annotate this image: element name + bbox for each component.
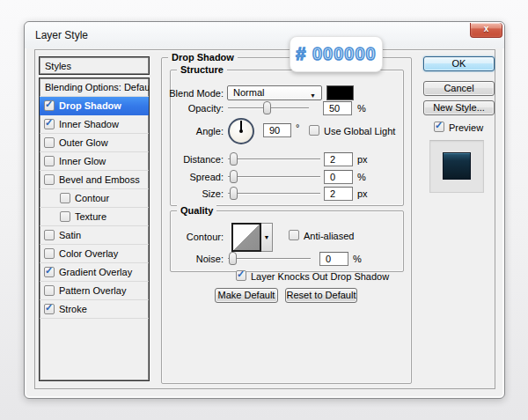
preview-label: Preview xyxy=(449,122,483,133)
sidebar-item-pattern-overlay[interactable]: Pattern Overlay xyxy=(40,282,149,300)
sidebar-item-outer-glow[interactable]: Outer Glow xyxy=(40,134,149,152)
sidebar-item-label: Stroke xyxy=(59,304,87,314)
checkbox-icon[interactable] xyxy=(44,174,55,185)
slider-track xyxy=(228,193,320,194)
checkbox-icon[interactable] xyxy=(60,193,70,203)
anti-aliased-label: Anti-aliased xyxy=(304,231,354,241)
distance-field[interactable]: 2 xyxy=(324,152,353,166)
sidebar-item-stroke[interactable]: Stroke xyxy=(40,300,149,319)
checkbox-icon[interactable] xyxy=(44,100,55,111)
checkbox-icon[interactable] xyxy=(60,211,70,222)
size-slider[interactable] xyxy=(228,187,320,200)
new-style-button[interactable]: New Style... xyxy=(423,100,495,115)
styles-header: Styles xyxy=(39,56,150,75)
anti-aliased-checkbox[interactable] xyxy=(289,230,299,240)
angle-unit: ° xyxy=(296,122,299,133)
blend-mode-select[interactable]: Normal ▼ xyxy=(227,85,322,100)
title-bar[interactable]: Layer Style xyxy=(25,22,504,48)
contour-picker[interactable] xyxy=(231,223,261,252)
sidebar-item-drop-shadow[interactable]: Drop Shadow xyxy=(40,97,149,115)
layer-style-dialog: Layer Style x Styles Blending Options: D… xyxy=(24,21,505,399)
slider-knob[interactable] xyxy=(230,170,238,183)
angle-dial[interactable] xyxy=(228,118,254,144)
spread-slider[interactable] xyxy=(228,170,320,183)
slider-track xyxy=(228,258,311,259)
distance-slider[interactable] xyxy=(228,152,320,166)
close-icon: x xyxy=(484,24,489,33)
checkbox-icon[interactable] xyxy=(44,156,55,166)
close-button[interactable]: x xyxy=(470,23,502,38)
ok-button[interactable]: OK xyxy=(423,56,495,71)
checkbox-icon[interactable] xyxy=(44,119,55,129)
sidebar-item-color-overlay[interactable]: Color Overlay xyxy=(40,245,149,263)
reset-to-default-button[interactable]: Reset to Default xyxy=(285,288,357,303)
slider-track xyxy=(228,176,320,177)
shadow-color-swatch[interactable] xyxy=(326,85,354,100)
checkbox-icon[interactable] xyxy=(44,230,55,240)
sidebar-item-bevel-and-emboss[interactable]: Bevel and Emboss xyxy=(40,171,149,189)
sidebar-item-label: Inner Glow xyxy=(59,156,106,166)
chevron-down-icon: ▼ xyxy=(310,89,316,102)
slider-track xyxy=(228,158,320,159)
layer-knockout-checkbox[interactable] xyxy=(236,270,246,281)
make-default-button[interactable]: Make Default xyxy=(215,288,278,303)
sidebar-item-blending-options-default[interactable]: Blending Options: Default xyxy=(40,78,149,97)
sidebar-item-label: Gradient Overlay xyxy=(59,267,132,277)
use-global-light-checkbox[interactable] xyxy=(309,125,319,136)
opacity-unit: % xyxy=(357,103,366,114)
opacity-slider[interactable] xyxy=(228,101,309,114)
slider-knob[interactable] xyxy=(230,187,238,200)
noise-label: Noise: xyxy=(153,254,224,264)
angle-label: Angle: xyxy=(153,126,224,136)
cancel-button[interactable]: Cancel xyxy=(423,81,495,96)
sidebar-item-label: Texture xyxy=(75,211,106,222)
styles-list: Blending Options: DefaultDrop ShadowInne… xyxy=(39,77,150,381)
checkbox-icon[interactable] xyxy=(44,248,55,259)
preview-panel xyxy=(429,140,484,193)
slider-knob[interactable] xyxy=(263,101,271,114)
sidebar-item-label: Color Overlay xyxy=(59,248,118,259)
size-unit: px xyxy=(357,188,368,199)
sidebar-item-inner-shadow[interactable]: Inner Shadow xyxy=(40,115,149,134)
distance-label: Distance: xyxy=(153,154,224,165)
checkbox-icon[interactable] xyxy=(44,137,55,148)
slider-knob[interactable] xyxy=(230,152,238,166)
slider-knob[interactable] xyxy=(229,252,237,265)
sidebar-item-label: Contour xyxy=(75,193,109,203)
opacity-field[interactable]: 50 xyxy=(323,101,352,115)
sidebar-item-label: Blending Options: Default xyxy=(45,82,150,92)
color-hex-tooltip: # 000000 xyxy=(290,36,383,72)
sidebar-item-contour[interactable]: Contour xyxy=(40,189,149,208)
use-global-light-label: Use Global Light xyxy=(324,126,395,136)
sidebar-item-satin[interactable]: Satin xyxy=(40,226,149,245)
sidebar-item-texture[interactable]: Texture xyxy=(40,208,149,226)
noise-slider[interactable] xyxy=(228,252,311,265)
sidebar-item-label: Pattern Overlay xyxy=(59,285,126,296)
window-title: Layer Style xyxy=(35,29,88,41)
preview-swatch xyxy=(443,152,471,180)
preview-checkbox[interactable] xyxy=(434,122,444,132)
checkbox-icon[interactable] xyxy=(44,267,55,277)
checkbox-icon[interactable] xyxy=(44,304,55,314)
contour-dropdown-button[interactable]: ▼ xyxy=(261,223,273,252)
noise-field[interactable]: 0 xyxy=(319,252,348,266)
blend-mode-label: Blend Mode: xyxy=(153,88,224,99)
sidebar-item-label: Outer Glow xyxy=(59,137,108,148)
sidebar-item-gradient-overlay[interactable]: Gradient Overlay xyxy=(40,263,149,282)
contour-label: Contour: xyxy=(153,232,224,242)
angle-field[interactable]: 90 xyxy=(263,123,291,137)
sidebar-item-inner-glow[interactable]: Inner Glow xyxy=(40,152,149,171)
opacity-label: Opacity: xyxy=(153,103,224,114)
spread-field[interactable]: 0 xyxy=(324,170,353,184)
sidebar-item-label: Drop Shadow xyxy=(59,100,121,111)
checkbox-icon[interactable] xyxy=(44,285,55,296)
size-field[interactable]: 2 xyxy=(324,187,353,201)
sidebar-item-label: Satin xyxy=(59,230,81,240)
sidebar-item-label: Bevel and Emboss xyxy=(59,174,140,185)
distance-unit: px xyxy=(357,154,368,165)
chevron-down-icon: ▼ xyxy=(264,234,270,240)
structure-group-title: Structure xyxy=(177,63,227,76)
quality-group-title: Quality xyxy=(177,204,216,217)
noise-unit: % xyxy=(353,254,362,264)
spread-unit: % xyxy=(357,172,366,182)
